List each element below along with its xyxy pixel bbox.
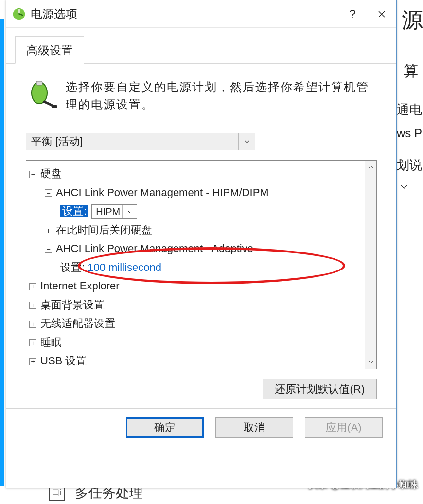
setting-label: 设置: [60, 261, 85, 273]
tree-collapse-icon[interactable]: − [45, 246, 52, 253]
svg-rect-4 [52, 105, 57, 108]
adaptive-value-link[interactable]: 100 millisecond [88, 261, 161, 273]
bg-text-fragment: 算 [404, 61, 418, 81]
tree-node-desktop-bg[interactable]: 桌面背景设置 [40, 299, 105, 311]
svg-rect-3 [36, 81, 42, 85]
tree-node-sleep[interactable]: 睡眠 [40, 336, 62, 348]
tree-collapse-icon[interactable]: − [45, 189, 52, 197]
dialog-button-row: 确定 取消 应用(A) [6, 408, 396, 446]
dialog-title: 电源选项 [31, 6, 77, 22]
bg-text-fragment: ws P [397, 126, 422, 140]
restore-defaults-button[interactable]: 还原计划默认值(R) [263, 379, 377, 399]
tab-advanced-settings[interactable]: 高级设置 [15, 36, 84, 64]
svg-rect-1 [18, 9, 20, 13]
chevron-down-icon [238, 133, 255, 150]
setting-label-selected: 设置: [60, 205, 88, 217]
tabstrip: 高级设置 [6, 28, 396, 64]
tree-node-usb[interactable]: USB 设置 [40, 355, 87, 367]
help-button[interactable]: ? [338, 3, 367, 25]
bg-text-fragment: 通电 [397, 101, 422, 118]
tree-node-ahci-adaptive[interactable]: AHCI Link Power Management - Adaptive [56, 242, 253, 254]
ok-button[interactable]: 确定 [126, 417, 204, 438]
svg-point-2 [32, 82, 47, 104]
tree-expand-icon[interactable]: + [29, 339, 36, 346]
tree-expand-icon[interactable]: + [29, 321, 36, 328]
scroll-up-icon[interactable] [365, 161, 376, 173]
power-options-dialog: 电源选项 ? 高级设置 选择你要自定义的电源计划 [6, 0, 397, 488]
tree-expand-icon[interactable]: + [29, 302, 36, 309]
intro-row: 选择你要自定义的电源计划，然后选择你希望计算机管理的电源设置。 [26, 78, 377, 113]
apply-button[interactable]: 应用(A) [305, 417, 383, 438]
tree-expand-icon[interactable]: + [45, 227, 52, 234]
intro-text: 选择你要自定义的电源计划，然后选择你希望计算机管理的电源设置。 [66, 78, 377, 113]
tree-scrollbar[interactable] [365, 161, 376, 369]
tree-node-hard-disk[interactable]: 硬盘 [40, 167, 62, 180]
tree-node-ie[interactable]: Internet Explorer [40, 280, 120, 292]
hipm-value-select[interactable]: HIPM [91, 204, 137, 219]
scroll-down-icon[interactable] [365, 356, 376, 369]
battery-icon [26, 78, 57, 109]
power-plan-selected-label: 平衡 [活动] [31, 134, 83, 149]
settings-tree: −硬盘 −AHCI Link Power Management - HIPM/D… [26, 160, 377, 369]
tree-collapse-icon[interactable]: − [29, 171, 36, 178]
tree-expand-icon[interactable]: + [29, 358, 36, 365]
power-plan-select[interactable]: 平衡 [活动] [26, 133, 255, 150]
tree-node-wireless[interactable]: 无线适配器设置 [40, 317, 115, 329]
cancel-button[interactable]: 取消 [215, 417, 293, 438]
tree-node-ahci-hipm[interactable]: AHCI Link Power Management - HIPM/DIPM [56, 186, 269, 198]
power-options-icon [12, 7, 26, 21]
titlebar: 电源选项 ? [6, 0, 396, 28]
bg-chevron-icon[interactable] [400, 182, 408, 191]
bg-page-title-fragment: 源 [402, 6, 423, 35]
chevron-down-icon [122, 205, 137, 218]
bg-divider [394, 87, 423, 87]
tree-expand-icon[interactable]: + [29, 283, 36, 290]
hipm-value-label: HIPM [96, 203, 120, 220]
background-accent-strip [0, 19, 4, 486]
close-button[interactable] [367, 3, 396, 25]
bg-divider [394, 146, 423, 146]
tree-node-close-after[interactable]: 在此时间后关闭硬盘 [56, 224, 152, 236]
